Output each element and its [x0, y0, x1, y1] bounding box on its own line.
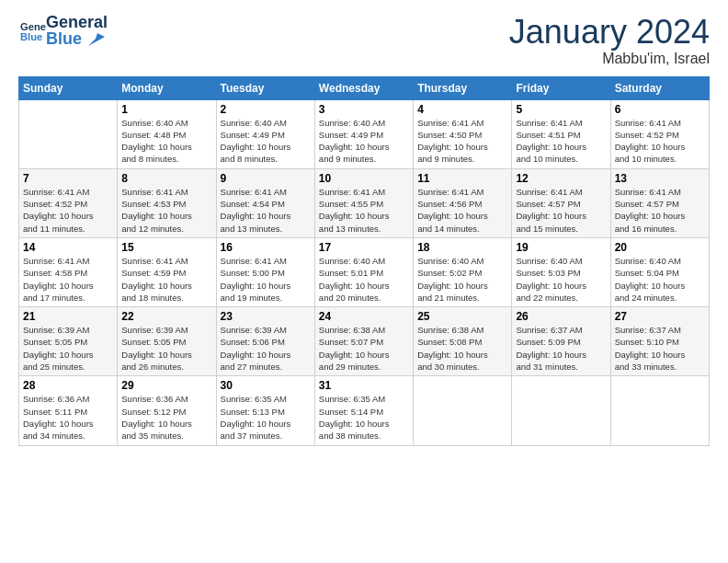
day-cell: 21Sunrise: 6:39 AM Sunset: 5:05 PM Dayli…: [19, 307, 118, 376]
day-info: Sunrise: 6:41 AM Sunset: 4:59 PM Dayligh…: [121, 255, 211, 304]
svg-text:Blue: Blue: [20, 31, 42, 42]
day-number: 12: [516, 172, 606, 185]
header-row: Sunday Monday Tuesday Wednesday Thursday…: [19, 76, 710, 99]
day-cell: 19Sunrise: 6:40 AM Sunset: 5:03 PM Dayli…: [512, 237, 610, 306]
day-info: Sunrise: 6:41 AM Sunset: 4:56 PM Dayligh…: [417, 186, 507, 235]
day-cell: 7Sunrise: 6:41 AM Sunset: 4:52 PM Daylig…: [19, 168, 118, 237]
day-cell: [414, 376, 512, 445]
day-info: Sunrise: 6:40 AM Sunset: 4:49 PM Dayligh…: [319, 117, 409, 166]
day-number: 22: [121, 310, 211, 323]
day-number: 4: [417, 103, 507, 116]
day-info: Sunrise: 6:40 AM Sunset: 4:49 PM Dayligh…: [221, 117, 311, 166]
week-row-3: 14Sunrise: 6:41 AM Sunset: 4:58 PM Dayli…: [19, 237, 710, 306]
day-number: 26: [516, 310, 606, 323]
day-cell: 3Sunrise: 6:40 AM Sunset: 4:49 PM Daylig…: [314, 99, 413, 168]
week-row-4: 21Sunrise: 6:39 AM Sunset: 5:05 PM Dayli…: [19, 307, 710, 376]
logo: General Blue General Blue: [18, 14, 108, 49]
day-info: Sunrise: 6:35 AM Sunset: 5:13 PM Dayligh…: [221, 393, 311, 442]
day-cell: [610, 376, 709, 445]
day-number: 25: [417, 310, 507, 323]
calendar-table: Sunday Monday Tuesday Wednesday Thursday…: [18, 76, 710, 446]
day-cell: 28Sunrise: 6:36 AM Sunset: 5:11 PM Dayli…: [19, 376, 118, 445]
day-cell: 4Sunrise: 6:41 AM Sunset: 4:50 PM Daylig…: [414, 99, 512, 168]
day-cell: 27Sunrise: 6:37 AM Sunset: 5:10 PM Dayli…: [610, 307, 709, 376]
day-number: 23: [221, 310, 311, 323]
day-info: Sunrise: 6:37 AM Sunset: 5:09 PM Dayligh…: [516, 324, 606, 373]
day-info: Sunrise: 6:40 AM Sunset: 5:03 PM Dayligh…: [516, 255, 606, 304]
day-number: 2: [221, 103, 311, 116]
day-info: Sunrise: 6:35 AM Sunset: 5:14 PM Dayligh…: [319, 393, 409, 442]
page: General Blue General Blue January 2024 M…: [0, 0, 728, 563]
day-number: 30: [221, 379, 311, 392]
day-cell: 5Sunrise: 6:41 AM Sunset: 4:51 PM Daylig…: [512, 99, 610, 168]
day-cell: 20Sunrise: 6:40 AM Sunset: 5:04 PM Dayli…: [610, 237, 709, 306]
day-number: 18: [417, 241, 507, 254]
col-friday: Friday: [512, 76, 610, 99]
day-info: Sunrise: 6:37 AM Sunset: 5:10 PM Dayligh…: [615, 324, 705, 373]
week-row-1: 1Sunrise: 6:40 AM Sunset: 4:48 PM Daylig…: [19, 99, 710, 168]
day-cell: [512, 376, 610, 445]
calendar-body: 1Sunrise: 6:40 AM Sunset: 4:48 PM Daylig…: [19, 99, 710, 445]
week-row-2: 7Sunrise: 6:41 AM Sunset: 4:52 PM Daylig…: [19, 168, 710, 237]
day-info: Sunrise: 6:38 AM Sunset: 5:08 PM Dayligh…: [417, 324, 507, 373]
day-number: 8: [121, 172, 211, 185]
day-cell: 24Sunrise: 6:38 AM Sunset: 5:07 PM Dayli…: [314, 307, 413, 376]
day-cell: 15Sunrise: 6:41 AM Sunset: 4:59 PM Dayli…: [118, 237, 216, 306]
day-info: Sunrise: 6:41 AM Sunset: 4:52 PM Dayligh…: [615, 117, 705, 166]
day-info: Sunrise: 6:36 AM Sunset: 5:12 PM Dayligh…: [121, 393, 211, 442]
col-monday: Monday: [118, 76, 216, 99]
day-number: 17: [319, 241, 409, 254]
col-tuesday: Tuesday: [216, 76, 314, 99]
day-number: 7: [23, 172, 113, 185]
day-cell: 10Sunrise: 6:41 AM Sunset: 4:55 PM Dayli…: [314, 168, 413, 237]
day-cell: 31Sunrise: 6:35 AM Sunset: 5:14 PM Dayli…: [314, 376, 413, 445]
day-cell: 9Sunrise: 6:41 AM Sunset: 4:54 PM Daylig…: [216, 168, 314, 237]
day-cell: 18Sunrise: 6:40 AM Sunset: 5:02 PM Dayli…: [414, 237, 512, 306]
day-info: Sunrise: 6:41 AM Sunset: 4:51 PM Dayligh…: [516, 117, 606, 166]
day-info: Sunrise: 6:39 AM Sunset: 5:06 PM Dayligh…: [221, 324, 311, 373]
day-cell: 12Sunrise: 6:41 AM Sunset: 4:57 PM Dayli…: [512, 168, 610, 237]
header: General Blue General Blue January 2024 M…: [18, 14, 710, 67]
svg-text:General: General: [20, 20, 46, 31]
day-number: 31: [319, 379, 409, 392]
day-info: Sunrise: 6:39 AM Sunset: 5:05 PM Dayligh…: [23, 324, 113, 373]
day-cell: 25Sunrise: 6:38 AM Sunset: 5:08 PM Dayli…: [414, 307, 512, 376]
logo-bird-icon: [88, 33, 105, 46]
day-number: 19: [516, 241, 606, 254]
day-number: 11: [417, 172, 507, 185]
day-number: 6: [615, 103, 705, 116]
day-info: Sunrise: 6:41 AM Sunset: 4:52 PM Dayligh…: [23, 186, 113, 235]
day-number: 21: [23, 310, 113, 323]
day-cell: 11Sunrise: 6:41 AM Sunset: 4:56 PM Dayli…: [414, 168, 512, 237]
day-number: 16: [221, 241, 311, 254]
day-info: Sunrise: 6:38 AM Sunset: 5:07 PM Dayligh…: [319, 324, 409, 373]
day-cell: 17Sunrise: 6:40 AM Sunset: 5:01 PM Dayli…: [314, 237, 413, 306]
day-cell: 29Sunrise: 6:36 AM Sunset: 5:12 PM Dayli…: [118, 376, 216, 445]
day-number: 28: [23, 379, 113, 392]
day-number: 9: [221, 172, 311, 185]
day-info: Sunrise: 6:41 AM Sunset: 5:00 PM Dayligh…: [221, 255, 311, 304]
col-thursday: Thursday: [414, 76, 512, 99]
day-cell: 1Sunrise: 6:40 AM Sunset: 4:48 PM Daylig…: [118, 99, 216, 168]
day-cell: 6Sunrise: 6:41 AM Sunset: 4:52 PM Daylig…: [610, 99, 709, 168]
day-info: Sunrise: 6:39 AM Sunset: 5:05 PM Dayligh…: [121, 324, 211, 373]
col-wednesday: Wednesday: [314, 76, 413, 99]
day-cell: 30Sunrise: 6:35 AM Sunset: 5:13 PM Dayli…: [216, 376, 314, 445]
day-number: 1: [121, 103, 211, 116]
svg-marker-3: [88, 33, 105, 46]
day-info: Sunrise: 6:41 AM Sunset: 4:55 PM Dayligh…: [319, 186, 409, 235]
week-row-5: 28Sunrise: 6:36 AM Sunset: 5:11 PM Dayli…: [19, 376, 710, 445]
col-saturday: Saturday: [610, 76, 709, 99]
month-title: January 2024: [509, 14, 710, 51]
day-info: Sunrise: 6:40 AM Sunset: 5:04 PM Dayligh…: [615, 255, 705, 304]
day-info: Sunrise: 6:36 AM Sunset: 5:11 PM Dayligh…: [23, 393, 113, 442]
day-cell: 26Sunrise: 6:37 AM Sunset: 5:09 PM Dayli…: [512, 307, 610, 376]
day-cell: [19, 99, 118, 168]
day-number: 15: [121, 241, 211, 254]
day-info: Sunrise: 6:40 AM Sunset: 4:48 PM Dayligh…: [121, 117, 211, 166]
day-cell: 22Sunrise: 6:39 AM Sunset: 5:05 PM Dayli…: [118, 307, 216, 376]
day-cell: 14Sunrise: 6:41 AM Sunset: 4:58 PM Dayli…: [19, 237, 118, 306]
day-info: Sunrise: 6:41 AM Sunset: 4:58 PM Dayligh…: [23, 255, 113, 304]
col-sunday: Sunday: [19, 76, 118, 99]
logo-blue: Blue: [46, 30, 108, 49]
